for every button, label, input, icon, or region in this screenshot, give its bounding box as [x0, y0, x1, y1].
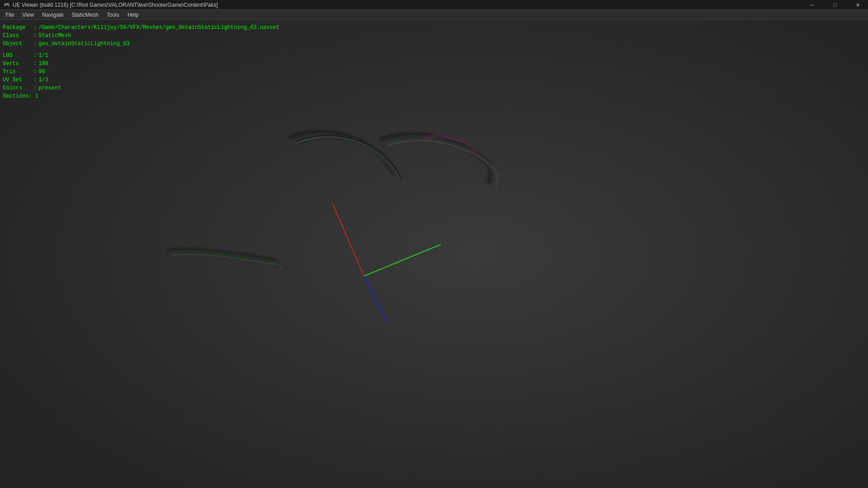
lod-value: 1/1 [38, 52, 48, 60]
colors-value: present [38, 84, 61, 92]
lod-row: LOD : 1/1 [3, 52, 279, 60]
class-label: Class [3, 32, 33, 40]
maximize-button[interactable]: □ [825, 0, 845, 10]
menu-file[interactable]: File [2, 11, 18, 19]
object-row: Object : geo_detainStaticLightning_03 [3, 40, 279, 48]
tris-row: Tris : 98 [3, 68, 279, 76]
menu-help[interactable]: Help [124, 11, 142, 19]
titlebar: 🎮 UE Viewer (build 1216) [C:\Riot Games\… [0, 0, 868, 10]
tris-label: Tris [3, 68, 33, 76]
verts-label: Verts [3, 60, 33, 68]
close-button[interactable]: ✕ [847, 0, 868, 10]
menubar: File View Navigate StaticMesh Tools Help [0, 10, 868, 20]
package-value: /Game/Characters/Killjoy/S0/VFX/Meshes/g… [38, 23, 279, 32]
menu-view[interactable]: View [19, 11, 38, 19]
uvset-label: UV Set [3, 76, 33, 84]
class-value: StaticMesh [38, 32, 71, 40]
uvset-value: 1/3 [38, 76, 48, 84]
menu-tools[interactable]: Tools [103, 11, 123, 19]
package-label: Package [3, 23, 33, 32]
sections-value: 1 [35, 92, 38, 100]
title-icon: 🎮 [4, 2, 10, 8]
class-row: Class : StaticMesh [3, 32, 279, 40]
menu-navigate[interactable]: Navigate [38, 11, 67, 19]
tris-value: 98 [38, 68, 45, 76]
verts-row: Verts : 198 [3, 60, 279, 68]
menu-staticmesh[interactable]: StaticMesh [68, 11, 102, 19]
colors-row: Colors : present [3, 84, 279, 92]
minimize-button[interactable]: ─ [802, 0, 823, 10]
window-controls: ─ □ ✕ [802, 0, 868, 9]
object-value: geo_detainStaticLightning_03 [38, 40, 130, 48]
package-row: Package : /Game/Characters/Killjoy/S0/VF… [3, 23, 279, 32]
title-text: UE Viewer (build 1216) [C:\Riot Games\VA… [13, 2, 864, 8]
object-label: Object [3, 40, 33, 48]
viewport[interactable]: Package : /Game/Characters/Killjoy/S0/VF… [0, 20, 868, 488]
sections-row: Sections: 1 [3, 92, 279, 100]
info-panel: Package : /Game/Characters/Killjoy/S0/VF… [3, 23, 279, 100]
verts-value: 198 [38, 60, 48, 68]
colors-label: Colors [3, 84, 33, 92]
uvset-row: UV Set : 1/3 [3, 76, 279, 84]
sections-label: Sections: [3, 92, 33, 100]
lod-label: LOD [3, 52, 33, 60]
